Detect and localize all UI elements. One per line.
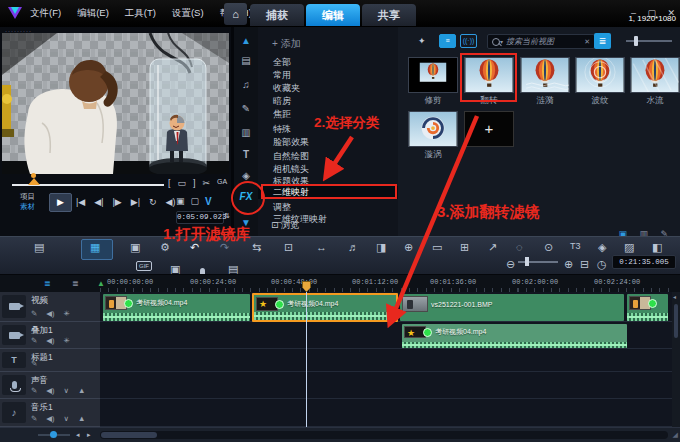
nav-sketch-icon[interactable]: ✎: [234, 103, 258, 114]
fade-icon[interactable]: ▲: [78, 414, 85, 423]
title-track-lane[interactable]: [100, 349, 672, 372]
timecode-spinner[interactable]: ⇅: [224, 212, 230, 220]
timeline-view-icon[interactable]: ▦: [90, 241, 100, 254]
preview-video[interactable]: [2, 33, 229, 174]
stabilize-icon[interactable]: ⊙: [544, 241, 553, 254]
link-icon[interactable]: ✎: [31, 414, 37, 423]
loop-button[interactable]: ↻: [149, 197, 157, 207]
voice-track-lane[interactable]: [100, 372, 672, 399]
nav-media-icon[interactable]: ▤: [234, 55, 258, 66]
preview-timecode[interactable]: 0:05:09.023: [176, 211, 224, 224]
project-mode-button[interactable]: 项目: [20, 192, 35, 202]
filter-tile-whirlpool[interactable]: 漩涡: [408, 111, 458, 161]
menu-file[interactable]: 文件(F): [30, 7, 61, 20]
volume-button[interactable]: ◀): [166, 197, 176, 207]
motion-track-icon[interactable]: ↗: [488, 241, 497, 254]
tab-share[interactable]: 共享: [362, 4, 416, 26]
clip-image-bmp[interactable]: vs251221-001.BMP: [400, 294, 624, 321]
duration-clock-icon[interactable]: ◷: [597, 258, 607, 271]
show-title-toggle[interactable]: ≡: [439, 34, 456, 48]
browse-button[interactable]: ⊡ 浏览: [258, 219, 398, 232]
clip-video4[interactable]: [627, 294, 668, 321]
track-header-overlay1[interactable]: 叠加1 ✎ ◀) ✳: [0, 322, 100, 349]
fade-icon[interactable]: ▲: [78, 386, 85, 395]
nav-graphic-icon[interactable]: ◈: [234, 170, 258, 181]
mute-icon[interactable]: ◀): [46, 386, 54, 395]
timeline-ruler[interactable]: ≣ ≣ ▲ 00:00:00:00 00:00:24:00 00:00:48:0…: [0, 274, 680, 293]
nav-photo-icon[interactable]: ▥: [234, 127, 258, 138]
filter-tile-crop[interactable]: 修剪: [408, 57, 458, 107]
track-header-video[interactable]: 视频 ✎ ◀) ✳: [0, 292, 100, 322]
enlarge-icon[interactable]: GA: [217, 178, 227, 188]
filter-tile-ripple[interactable]: 涟漪: [520, 57, 570, 107]
mask-icon[interactable]: ◌: [516, 241, 523, 253]
speech-icon[interactable]: ⊕: [404, 241, 413, 254]
menu-tools[interactable]: 工具(T): [125, 7, 156, 20]
tab-edit[interactable]: 编辑: [306, 4, 360, 26]
add-filter-button[interactable]: + 添加: [272, 37, 301, 51]
scroll-left-button[interactable]: ◂: [76, 431, 80, 439]
gif-creator-button[interactable]: GIF: [136, 261, 152, 271]
track-options-icon[interactable]: ≣: [72, 279, 79, 288]
go-start-button[interactable]: |◀: [76, 197, 85, 207]
track-header-title1[interactable]: T 标题1 ✎: [0, 349, 100, 372]
frame-forward-button[interactable]: |▶: [113, 197, 122, 207]
playhead-line[interactable]: [306, 292, 307, 427]
link-icon[interactable]: ✎: [31, 309, 37, 318]
menu-edit[interactable]: 编辑(E): [77, 7, 109, 20]
category-natural-paint[interactable]: 自然绘图: [258, 150, 398, 163]
menu-settings[interactable]: 设置(S): [172, 7, 204, 20]
vertical-scrollbar[interactable]: ◂: [672, 292, 680, 427]
track-header-voice[interactable]: 声音 ✎ ◀) ∨ ▲: [0, 372, 100, 399]
resize-button[interactable]: ▢: [191, 196, 200, 207]
audio-mixer-icon[interactable]: ♬: [348, 241, 359, 253]
track-manager-icon[interactable]: ≣: [44, 279, 51, 288]
favorite-star-icon[interactable]: ✦: [418, 36, 426, 46]
split-screen-icon[interactable]: ◧: [652, 241, 662, 254]
audio-sync-toggle[interactable]: ((·)): [460, 34, 477, 48]
fit-project-icon[interactable]: ⇆: [252, 241, 261, 254]
layers-icon[interactable]: ◈: [598, 241, 606, 254]
snapshot-button[interactable]: ▣: [176, 196, 185, 207]
trim-icon[interactable]: ▭: [178, 178, 187, 188]
mark-out-icon[interactable]: ]: [193, 178, 196, 188]
copy-icon[interactable]: ▣: [130, 241, 140, 254]
timeline-timecode[interactable]: 0:21:35.005: [612, 255, 676, 269]
link-icon[interactable]: ✎: [31, 386, 37, 395]
clip-video2-selected[interactable]: 考研视频04.mp4: [252, 293, 398, 322]
scrubber-handle[interactable]: [28, 173, 40, 185]
filter-tile-waterflow[interactable]: 水流: [630, 57, 680, 107]
list-view-button[interactable]: ≣: [594, 33, 611, 49]
zoom-out-icon[interactable]: ⊖: [506, 258, 515, 271]
filter-tile-wave[interactable]: 波纹: [575, 57, 625, 107]
exclude-icon[interactable]: ✳: [64, 336, 70, 345]
scroll-up-icon[interactable]: ◂: [673, 293, 676, 300]
v-button[interactable]: V: [205, 196, 212, 207]
grid-icon[interactable]: ⊞: [460, 241, 469, 254]
search-input[interactable]: [503, 37, 584, 46]
mute-icon[interactable]: ◀): [46, 309, 54, 318]
clip-mode-button[interactable]: 素材: [20, 202, 35, 212]
timeline-zoom-slider[interactable]: [518, 257, 558, 266]
category-darkroom[interactable]: 暗房: [258, 95, 398, 108]
home-button[interactable]: ⌂: [224, 3, 247, 25]
chapter-marker-icon[interactable]: ▲: [97, 279, 105, 288]
split-clip-icon[interactable]: ✂: [203, 178, 211, 188]
link-icon[interactable]: ✎: [31, 336, 37, 345]
waveform-toggle-icon[interactable]: ∨: [64, 386, 70, 395]
storyboard-view-icon[interactable]: ▤: [34, 241, 44, 254]
category-face-effect[interactable]: 脸部效果: [258, 136, 398, 149]
go-end-button[interactable]: ▶|: [131, 197, 140, 207]
search-clear-icon[interactable]: ✕: [584, 38, 590, 46]
tab-capture[interactable]: 捕获: [250, 4, 304, 26]
track-header-music1[interactable]: ♪ 音乐1 ✎ ◀) ∨ ▲: [0, 399, 100, 427]
play-button[interactable]: ▶: [49, 193, 72, 212]
region-icon[interactable]: ⊡: [284, 241, 293, 254]
link-icon[interactable]: ✎: [31, 359, 37, 368]
mute-icon[interactable]: ◀): [46, 336, 54, 345]
nav-audio-icon[interactable]: ♫: [234, 79, 258, 90]
nav-up-icon[interactable]: ▲: [234, 35, 258, 46]
clip-overlay1[interactable]: 考研视频04.mp4: [402, 324, 627, 348]
horizontal-scrollbar[interactable]: [100, 431, 668, 439]
mini-zoom-thumb[interactable]: [50, 431, 57, 438]
